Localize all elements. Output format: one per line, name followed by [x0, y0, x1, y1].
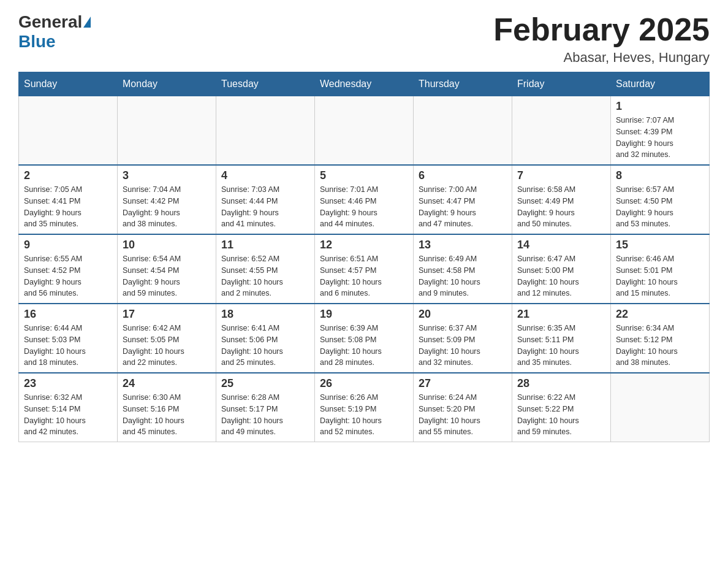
- day-number: 9: [24, 239, 112, 251]
- weekday-header-saturday: Saturday: [611, 72, 710, 96]
- weekday-header-tuesday: Tuesday: [216, 72, 315, 96]
- title-area: February 2025 Abasar, Heves, Hungary: [493, 12, 710, 66]
- calendar-cell: 21Sunrise: 6:35 AM Sunset: 5:11 PM Dayli…: [512, 304, 611, 373]
- day-number: 5: [320, 169, 408, 182]
- day-number: 13: [419, 239, 507, 251]
- day-info: Sunrise: 6:57 AM Sunset: 4:50 PM Dayligh…: [616, 184, 704, 230]
- day-info: Sunrise: 6:34 AM Sunset: 5:12 PM Dayligh…: [616, 323, 704, 369]
- calendar-cell: 4Sunrise: 7:03 AM Sunset: 4:44 PM Daylig…: [216, 165, 315, 234]
- day-number: 1: [616, 100, 704, 113]
- calendar-cell: 25Sunrise: 6:28 AM Sunset: 5:17 PM Dayli…: [216, 373, 315, 442]
- calendar-cell: 11Sunrise: 6:52 AM Sunset: 4:55 PM Dayli…: [216, 234, 315, 304]
- weekday-header-sunday: Sunday: [19, 72, 118, 96]
- calendar-cell: 16Sunrise: 6:44 AM Sunset: 5:03 PM Dayli…: [19, 304, 118, 373]
- day-number: 25: [221, 377, 309, 390]
- day-info: Sunrise: 6:32 AM Sunset: 5:14 PM Dayligh…: [24, 392, 112, 438]
- day-info: Sunrise: 6:46 AM Sunset: 5:01 PM Dayligh…: [616, 253, 704, 299]
- day-number: 7: [517, 169, 605, 182]
- calendar-cell: 13Sunrise: 6:49 AM Sunset: 4:58 PM Dayli…: [414, 234, 512, 304]
- day-info: Sunrise: 7:03 AM Sunset: 4:44 PM Dayligh…: [221, 184, 309, 230]
- weekday-header-wednesday: Wednesday: [315, 72, 414, 96]
- day-number: 22: [616, 308, 704, 321]
- day-number: 3: [123, 169, 211, 182]
- calendar-cell: 18Sunrise: 6:41 AM Sunset: 5:06 PM Dayli…: [216, 304, 315, 373]
- calendar-table: SundayMondayTuesdayWednesdayThursdayFrid…: [18, 72, 710, 442]
- calendar-week-row: 9Sunrise: 6:55 AM Sunset: 4:52 PM Daylig…: [19, 234, 710, 304]
- calendar-cell: [118, 96, 216, 166]
- logo-triangle-icon: [83, 17, 91, 28]
- day-info: Sunrise: 6:47 AM Sunset: 5:00 PM Dayligh…: [517, 253, 605, 299]
- day-info: Sunrise: 7:05 AM Sunset: 4:41 PM Dayligh…: [24, 184, 112, 230]
- calendar-cell: [414, 96, 512, 166]
- day-number: 10: [123, 239, 211, 251]
- day-info: Sunrise: 6:51 AM Sunset: 4:57 PM Dayligh…: [320, 253, 408, 299]
- day-info: Sunrise: 6:35 AM Sunset: 5:11 PM Dayligh…: [517, 323, 605, 369]
- calendar-cell: [512, 96, 611, 166]
- day-number: 20: [419, 308, 507, 321]
- calendar-cell: [216, 96, 315, 166]
- header: General Blue February 2025 Abasar, Heves…: [18, 12, 710, 66]
- calendar-subtitle: Abasar, Heves, Hungary: [493, 50, 710, 66]
- calendar-cell: [315, 96, 414, 166]
- calendar-week-row: 23Sunrise: 6:32 AM Sunset: 5:14 PM Dayli…: [19, 373, 710, 442]
- logo-blue-text: Blue: [18, 32, 56, 52]
- day-number: 4: [221, 169, 309, 182]
- day-info: Sunrise: 6:58 AM Sunset: 4:49 PM Dayligh…: [517, 184, 605, 230]
- day-info: Sunrise: 6:24 AM Sunset: 5:20 PM Dayligh…: [419, 392, 507, 438]
- day-info: Sunrise: 6:54 AM Sunset: 4:54 PM Dayligh…: [123, 253, 211, 299]
- logo: General Blue: [18, 12, 92, 52]
- day-info: Sunrise: 7:07 AM Sunset: 4:39 PM Dayligh…: [616, 115, 704, 161]
- day-info: Sunrise: 6:39 AM Sunset: 5:08 PM Dayligh…: [320, 323, 408, 369]
- calendar-cell: 14Sunrise: 6:47 AM Sunset: 5:00 PM Dayli…: [512, 234, 611, 304]
- calendar-cell: 27Sunrise: 6:24 AM Sunset: 5:20 PM Dayli…: [414, 373, 512, 442]
- day-info: Sunrise: 7:01 AM Sunset: 4:46 PM Dayligh…: [320, 184, 408, 230]
- day-info: Sunrise: 6:22 AM Sunset: 5:22 PM Dayligh…: [517, 392, 605, 438]
- day-info: Sunrise: 6:26 AM Sunset: 5:19 PM Dayligh…: [320, 392, 408, 438]
- logo-general-text: General: [18, 12, 82, 32]
- calendar-cell: 2Sunrise: 7:05 AM Sunset: 4:41 PM Daylig…: [19, 165, 118, 234]
- day-info: Sunrise: 6:30 AM Sunset: 5:16 PM Dayligh…: [123, 392, 211, 438]
- calendar-cell: 17Sunrise: 6:42 AM Sunset: 5:05 PM Dayli…: [118, 304, 216, 373]
- calendar-cell: 15Sunrise: 6:46 AM Sunset: 5:01 PM Dayli…: [611, 234, 710, 304]
- calendar-cell: 23Sunrise: 6:32 AM Sunset: 5:14 PM Dayli…: [19, 373, 118, 442]
- calendar-cell: 9Sunrise: 6:55 AM Sunset: 4:52 PM Daylig…: [19, 234, 118, 304]
- day-info: Sunrise: 6:52 AM Sunset: 4:55 PM Dayligh…: [221, 253, 309, 299]
- calendar-cell: 28Sunrise: 6:22 AM Sunset: 5:22 PM Dayli…: [512, 373, 611, 442]
- day-number: 15: [616, 239, 704, 251]
- day-number: 14: [517, 239, 605, 251]
- day-number: 27: [419, 377, 507, 390]
- weekday-header-monday: Monday: [118, 72, 216, 96]
- calendar-cell: 24Sunrise: 6:30 AM Sunset: 5:16 PM Dayli…: [118, 373, 216, 442]
- day-info: Sunrise: 6:44 AM Sunset: 5:03 PM Dayligh…: [24, 323, 112, 369]
- weekday-header-thursday: Thursday: [414, 72, 512, 96]
- day-info: Sunrise: 6:37 AM Sunset: 5:09 PM Dayligh…: [419, 323, 507, 369]
- calendar-cell: 5Sunrise: 7:01 AM Sunset: 4:46 PM Daylig…: [315, 165, 414, 234]
- calendar-week-row: 1Sunrise: 7:07 AM Sunset: 4:39 PM Daylig…: [19, 96, 710, 166]
- calendar-week-row: 2Sunrise: 7:05 AM Sunset: 4:41 PM Daylig…: [19, 165, 710, 234]
- day-info: Sunrise: 6:55 AM Sunset: 4:52 PM Dayligh…: [24, 253, 112, 299]
- day-number: 18: [221, 308, 309, 321]
- day-number: 28: [517, 377, 605, 390]
- calendar-cell: 6Sunrise: 7:00 AM Sunset: 4:47 PM Daylig…: [414, 165, 512, 234]
- calendar-title: February 2025: [493, 12, 710, 47]
- day-number: 19: [320, 308, 408, 321]
- day-info: Sunrise: 7:04 AM Sunset: 4:42 PM Dayligh…: [123, 184, 211, 230]
- calendar-cell: 10Sunrise: 6:54 AM Sunset: 4:54 PM Dayli…: [118, 234, 216, 304]
- day-number: 21: [517, 308, 605, 321]
- day-info: Sunrise: 6:41 AM Sunset: 5:06 PM Dayligh…: [221, 323, 309, 369]
- day-number: 8: [616, 169, 704, 182]
- calendar-cell: 22Sunrise: 6:34 AM Sunset: 5:12 PM Dayli…: [611, 304, 710, 373]
- day-number: 16: [24, 308, 112, 321]
- day-info: Sunrise: 6:42 AM Sunset: 5:05 PM Dayligh…: [123, 323, 211, 369]
- calendar-week-row: 16Sunrise: 6:44 AM Sunset: 5:03 PM Dayli…: [19, 304, 710, 373]
- day-number: 12: [320, 239, 408, 251]
- calendar-cell: 1Sunrise: 7:07 AM Sunset: 4:39 PM Daylig…: [611, 96, 710, 166]
- calendar-cell: 12Sunrise: 6:51 AM Sunset: 4:57 PM Dayli…: [315, 234, 414, 304]
- weekday-header-row: SundayMondayTuesdayWednesdayThursdayFrid…: [19, 72, 710, 96]
- day-number: 11: [221, 239, 309, 251]
- calendar-cell: 7Sunrise: 6:58 AM Sunset: 4:49 PM Daylig…: [512, 165, 611, 234]
- calendar-cell: [611, 373, 710, 442]
- day-info: Sunrise: 7:00 AM Sunset: 4:47 PM Dayligh…: [419, 184, 507, 230]
- calendar-cell: 19Sunrise: 6:39 AM Sunset: 5:08 PM Dayli…: [315, 304, 414, 373]
- day-info: Sunrise: 6:49 AM Sunset: 4:58 PM Dayligh…: [419, 253, 507, 299]
